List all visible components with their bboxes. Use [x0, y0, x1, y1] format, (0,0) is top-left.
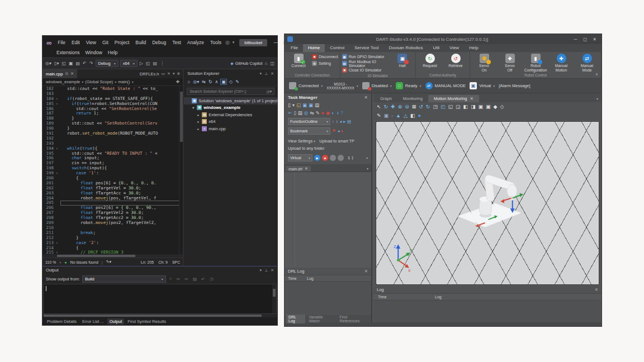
- output-horizontal-scrollbar[interactable]: [42, 314, 277, 317]
- properties-icon[interactable]: ◇: [229, 79, 233, 84]
- setting-button[interactable]: ⚙Setting: [312, 60, 338, 66]
- bookmark-prev-icon[interactable]: ◂: [338, 128, 340, 134]
- view-iso-icon[interactable]: ◳: [433, 103, 438, 111]
- close-icon[interactable]: ✕: [271, 72, 274, 76]
- column-log[interactable]: Log: [435, 295, 602, 299]
- view-bottom-icon[interactable]: ▣: [478, 103, 483, 111]
- ribbon-tab-service-tool[interactable]: Service Tool: [349, 44, 383, 52]
- tool-frame-icon[interactable]: ▲: [396, 112, 401, 120]
- status-disabled[interactable]: Disabled▾: [362, 82, 392, 89]
- log-content[interactable]: [373, 301, 602, 322]
- function-outline-dropdown[interactable]: FunctionOutline▾: [288, 118, 330, 125]
- export-icon[interactable]: ▤: [315, 102, 319, 108]
- search-icon[interactable]: ◎: [224, 40, 231, 45]
- platform-dropdown[interactable]: x64▾: [120, 60, 138, 67]
- snapshot-icon[interactable]: ▣: [384, 112, 389, 120]
- edit-icon[interactable]: ✎: [315, 110, 319, 116]
- breadcrumb-scope[interactable]: (Global Scope): [85, 79, 113, 84]
- search-icon[interactable]: ◎: [304, 110, 308, 116]
- zoom-out-icon[interactable]: ⊖: [405, 103, 409, 111]
- menu-git[interactable]: Git: [100, 39, 111, 46]
- upload-smart-tp-link[interactable]: Upload to smart TP: [319, 139, 354, 144]
- request-button[interactable]: ↻Request: [418, 53, 442, 68]
- code-line-191[interactable]: 191robot.set_robot_mode(ROBOT_MODE_AUTO: [42, 131, 183, 136]
- menu-build[interactable]: Build: [132, 39, 149, 46]
- zoom-dropdown-icon[interactable]: ▾: [59, 260, 61, 264]
- step-button[interactable]: [338, 155, 344, 161]
- code-line-186[interactable]: 186std::cout << "SetRobotControl(Se: [42, 107, 183, 112]
- status-virtual[interactable]: ▣Virtual▾: [470, 82, 495, 89]
- close-icon[interactable]: ✕: [364, 95, 368, 100]
- show-tool-icon[interactable]: ◇: [500, 103, 504, 111]
- tab-main-cpp[interactable]: main.cpp ⊙ ✕: [42, 69, 77, 78]
- save-all-icon[interactable]: ▤: [75, 61, 81, 66]
- menu-test[interactable]: Test: [169, 39, 184, 46]
- record-stop-icon[interactable]: ◉: [326, 110, 330, 116]
- record-icon[interactable]: ●: [321, 110, 324, 116]
- bookmark-dropdown[interactable]: Bookmark▾: [288, 127, 330, 135]
- robot-configuration-button[interactable]: ▮Robot Configuration: [523, 53, 548, 72]
- code-line-209[interactable]: 209robot.movej(pos2, fTargetVel2,: [42, 221, 183, 226]
- ribbon-tab-util[interactable]: Util: [428, 44, 444, 52]
- connect-button[interactable]: ▮✓Connect: [286, 53, 311, 68]
- menu-tools[interactable]: Tools: [207, 39, 224, 46]
- close-icon[interactable]: ✕: [590, 37, 599, 42]
- line-indicator[interactable]: Ln: 205: [141, 260, 154, 264]
- disconnect-button[interactable]: ✖Disconnect: [312, 54, 338, 60]
- menu-help[interactable]: Help: [105, 49, 120, 58]
- find-icon[interactable]: ▤: [152, 61, 158, 66]
- search-icon[interactable]: ◎▾: [266, 89, 272, 94]
- tab-drl-log[interactable]: DRL Log: [286, 315, 305, 323]
- copy-icon[interactable]: ▯: [293, 110, 296, 116]
- find-message-icon[interactable]: ⌕: [168, 276, 173, 282]
- collapse-ribbon-icon[interactable]: ∧: [595, 72, 598, 77]
- sort-desc-icon[interactable]: ↕: [336, 119, 338, 125]
- open-file-icon[interactable]: ◱: [296, 102, 301, 108]
- account-chip[interactable]: bitbucket: [239, 39, 267, 46]
- home-icon[interactable]: ⌂: [187, 79, 190, 84]
- view-menu-icon[interactable]: ▣: [486, 103, 491, 111]
- pause-button[interactable]: [330, 155, 336, 161]
- tab-main-drl[interactable]: main.drl ✕: [286, 166, 311, 172]
- add-icon[interactable]: ✚: [176, 79, 180, 84]
- status-m1013[interactable]: M1013 - XXXXXX-MXXXX▾: [326, 82, 358, 90]
- ribbon-tab-view[interactable]: View: [444, 44, 464, 52]
- menu-edit[interactable]: Edit: [69, 39, 83, 46]
- code-line-192[interactable]: 192: [42, 136, 183, 141]
- upload-any-folder-link[interactable]: Upload to any folder: [288, 146, 324, 151]
- stop-button[interactable]: ■: [322, 155, 328, 161]
- view-left-icon[interactable]: ◧: [463, 103, 468, 111]
- tab-find-references[interactable]: Find References: [337, 315, 370, 323]
- tab-motion-monitoring[interactable]: Motion Monitoring✕: [428, 95, 479, 102]
- menu-view[interactable]: View: [83, 39, 99, 46]
- ribbon-tab-home[interactable]: Home: [303, 44, 325, 52]
- help-icon[interactable]: ?: [340, 110, 343, 116]
- column-time[interactable]: Time: [285, 277, 307, 280]
- new-file-icon[interactable]: ▯: [288, 102, 291, 108]
- nav-next-icon[interactable]: ▸: [343, 119, 345, 125]
- replace-icon[interactable]: ⇆: [310, 110, 314, 116]
- ribbon-tab-help[interactable]: Help: [464, 44, 483, 52]
- pin-icon[interactable]: ⊥: [264, 72, 268, 76]
- play-button[interactable]: ▶: [314, 155, 320, 161]
- manual-mode-button[interactable]: ⇄Manual Mode: [575, 53, 599, 72]
- edit-mode-icon[interactable]: ✎▾: [106, 260, 111, 264]
- profiler-icon[interactable]: ◱: [145, 61, 151, 66]
- close-tab-icon[interactable]: ✕: [167, 72, 171, 76]
- orbit-icon[interactable]: ↻: [384, 103, 389, 111]
- servo-off-button[interactable]: ✚Servo Off: [498, 53, 522, 72]
- ribbon-tab-doosan-robotics[interactable]: Doosan Robotics: [383, 44, 428, 52]
- tree-item-solution-windows-ex[interactable]: ▣Solution 'windows_example' (1 of 1 proj…: [184, 97, 277, 104]
- tab-variable-watch[interactable]: Variable Watch: [306, 315, 336, 323]
- run-target-dropdown[interactable]: Virtual▾: [288, 154, 312, 161]
- nav-prev-icon[interactable]: ◂: [340, 119, 342, 125]
- zoom-level[interactable]: 110 %: [45, 260, 56, 264]
- tab-drflex-h[interactable]: DRFLEx.h: [140, 72, 159, 77]
- save-icon[interactable]: ▣: [302, 102, 307, 108]
- status-manual-mode[interactable]: ⇄MANUAL MODE: [425, 82, 466, 89]
- close-icon[interactable]: ✕: [595, 287, 598, 292]
- undo-icon[interactable]: ↶: [82, 61, 87, 66]
- output-vertical-scrollbar[interactable]: [272, 284, 276, 313]
- ribbon-tab-control[interactable]: Control: [325, 44, 349, 52]
- close-icon[interactable]: ✕: [364, 269, 368, 274]
